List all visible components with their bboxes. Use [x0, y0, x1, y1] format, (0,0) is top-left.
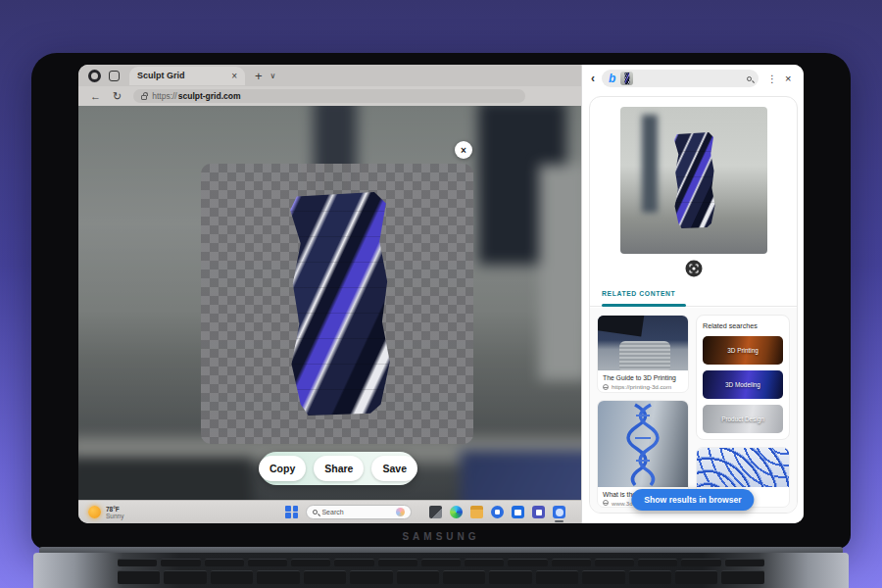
- panel-search-bar[interactable]: b: [602, 70, 759, 87]
- taskbar-icon-store[interactable]: [512, 506, 524, 518]
- browser-window: Sculpt Grid × + ∨ ← ↻ https:// sculpt-gr…: [78, 65, 581, 523]
- windows-taskbar: 78°F Sunny Search: [78, 500, 581, 523]
- related-searches-card: Related searches 3D Printing 3D Modeling…: [696, 315, 790, 440]
- panel-menu-icon[interactable]: ⋮: [767, 74, 777, 84]
- browser-toolbar: ← ↻ https:// sculpt-grid.com: [78, 86, 581, 106]
- panel-close-icon[interactable]: ×: [785, 73, 791, 84]
- tab-title: Sculpt Grid: [137, 71, 231, 80]
- windows-start-button[interactable]: [285, 506, 298, 518]
- panel-topbar: ‹ b ⋮ ×: [582, 65, 804, 92]
- related-search-3d-modeling[interactable]: 3D Modeling: [703, 370, 783, 399]
- result-card-guide[interactable]: The Guide to 3D Printing https://printin…: [597, 315, 689, 393]
- lock-icon: [141, 95, 147, 100]
- taskbar-search-box[interactable]: Search: [306, 505, 412, 519]
- copy-button[interactable]: Copy: [259, 456, 306, 481]
- matched-image-preview[interactable]: [620, 107, 767, 254]
- address-bar[interactable]: https:// sculpt-grid.com: [133, 89, 525, 103]
- page-content: × Copy Share Save: [78, 106, 581, 500]
- panel-search-icon[interactable]: [747, 76, 752, 81]
- related-search-product-design[interactable]: Product Design: [703, 405, 783, 433]
- show-results-button[interactable]: Show results in browser: [631, 489, 754, 511]
- tab-sculpt-grid[interactable]: Sculpt Grid ×: [129, 67, 245, 85]
- tab-menu-chevron-icon[interactable]: ∨: [270, 72, 276, 80]
- weather-condition: Sunny: [106, 513, 123, 519]
- visual-search-panel: ‹ b ⋮ × RELATED: [581, 65, 804, 523]
- back-icon[interactable]: ←: [90, 90, 101, 102]
- vase-thumbnail: [667, 132, 720, 228]
- panel-back-icon[interactable]: ‹: [591, 72, 595, 85]
- taskbar-icon-explorer[interactable]: [470, 506, 483, 518]
- search-highlights-icon: [396, 508, 405, 516]
- save-button[interactable]: Save: [371, 456, 417, 481]
- globe-icon: [603, 384, 609, 390]
- visual-search-icon[interactable]: [685, 260, 703, 277]
- panel-tabs: RELATED CONTENT: [590, 285, 797, 307]
- search-icon: [313, 510, 318, 514]
- tab-underline: [602, 304, 686, 307]
- result-image-printer: [598, 316, 688, 370]
- result-image-dna: [598, 401, 688, 487]
- reload-icon[interactable]: ↻: [113, 90, 122, 103]
- window-icon[interactable]: [109, 71, 120, 81]
- taskbar-icon-browser[interactable]: [491, 506, 504, 518]
- related-search-3d-printing[interactable]: 3D Printing: [703, 336, 783, 365]
- crop-close-button[interactable]: ×: [455, 141, 472, 159]
- share-button[interactable]: Share: [314, 456, 364, 481]
- taskbar-icon-office[interactable]: [532, 506, 545, 518]
- url-domain: sculpt-grid.com: [178, 91, 241, 101]
- taskbar-icon-taskview[interactable]: [429, 506, 442, 518]
- tab-strip: Sculpt Grid × + ∨: [78, 65, 581, 86]
- browser-logo-icon[interactable]: [88, 70, 101, 82]
- new-tab-button[interactable]: +: [255, 69, 263, 83]
- query-image-thumbnail[interactable]: [620, 72, 633, 85]
- result-image-wireframe: [697, 448, 789, 487]
- related-searches-header: Related searches: [703, 321, 783, 330]
- taskbar-icon-edge[interactable]: [450, 506, 463, 518]
- tab-close-icon[interactable]: ×: [231, 71, 237, 81]
- visual-search-card: RELATED CONTENT The Guide to 3D Printing…: [589, 96, 798, 514]
- samsung-logo: SAMSUNG: [0, 531, 882, 542]
- related-content-area: The Guide to 3D Printing https://printin…: [590, 308, 797, 514]
- result-title: The Guide to 3D Printing: [598, 370, 688, 382]
- taskbar-icon-active-app[interactable]: [553, 506, 565, 518]
- weather-widget[interactable]: 78°F Sunny: [88, 506, 123, 519]
- weather-temp: 78°F: [106, 506, 123, 513]
- url-scheme: https://: [152, 91, 177, 101]
- laptop-screen: Sculpt Grid × + ∨ ← ↻ https:// sculpt-gr…: [78, 65, 804, 523]
- result-url: https://printing-3d.com: [612, 383, 671, 390]
- sun-icon: [88, 506, 101, 518]
- search-label: Search: [321, 509, 392, 515]
- globe-icon: [603, 500, 609, 506]
- tab-related-content[interactable]: RELATED CONTENT: [602, 290, 675, 297]
- bing-logo-icon: b: [609, 74, 615, 83]
- crop-action-bar: Copy Share Save: [260, 452, 416, 485]
- laptop-keyboard: [118, 559, 764, 588]
